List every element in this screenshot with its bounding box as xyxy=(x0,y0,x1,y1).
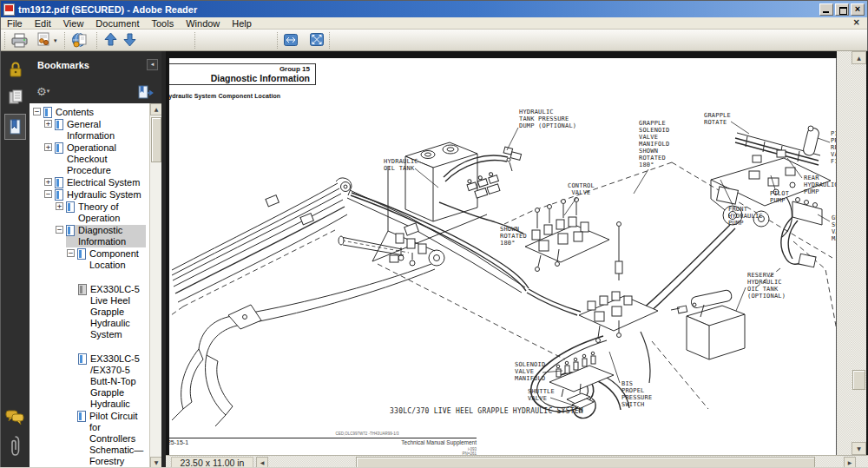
adobe-reader-window: tm1912.pdf (SECURED) - Adobe Reader × Fi… xyxy=(0,0,868,468)
print-button[interactable] xyxy=(10,32,29,49)
diagram-label-pilot-pump: PILOT PUMP xyxy=(770,190,789,204)
fit-width-button[interactable] xyxy=(284,34,298,46)
toolbar-separator xyxy=(4,32,5,49)
menu-file[interactable]: File xyxy=(1,18,29,29)
bookmark-page-icon xyxy=(66,201,75,213)
bookmark-item[interactable]: EX330LC-5 Live Heel Grapple Hydraulic Sy… xyxy=(30,272,149,340)
bookmarks-scrollbar[interactable]: ▲ ▼ xyxy=(149,103,161,468)
footer-section-number: 025-15-1 xyxy=(169,439,188,445)
security-panel-button[interactable] xyxy=(4,58,26,81)
attachments-panel-button[interactable] xyxy=(4,433,26,459)
bookmark-label: General Information xyxy=(67,119,146,142)
diagram-label-grapple-rotate: GRAPPLE ROTATE xyxy=(704,112,731,126)
diagram-label-reserve-hydraulic-oil-tank: RESERVE HYDRAULIC OIL TANK (OPTIONAL) xyxy=(747,272,786,300)
hydraulic-system-diagram xyxy=(169,58,837,455)
globe-document-icon xyxy=(71,32,89,49)
title-bar: tm1912.pdf (SECURED) - Adobe Reader × xyxy=(1,1,867,17)
bookmarks-title: Bookmarks xyxy=(37,60,89,70)
bookmark-item[interactable]: +Theory of Operation xyxy=(30,201,149,224)
close-document-icon[interactable]: × xyxy=(853,17,860,27)
bookmark-item[interactable]: −Diagnostic Information xyxy=(30,225,149,247)
arrow-up-icon xyxy=(103,32,118,47)
bookmark-item[interactable]: Pilot Circuit for Controllers Schematic—… xyxy=(30,411,149,467)
bookmarks-panel: Bookmarks ◂ ⚙▾ −Contents+General Informa… xyxy=(30,51,161,468)
bookmark-page-icon xyxy=(77,411,86,422)
collapse-icon[interactable]: − xyxy=(67,249,75,257)
scroll-up-icon[interactable]: ▲ xyxy=(852,51,866,64)
footer-small-note: CED,OLC997W72 -TH43UAR99-1/3 xyxy=(258,432,477,436)
vertical-scrollbar[interactable]: ▲ ▼ xyxy=(852,51,866,455)
navigation-strip xyxy=(1,51,30,468)
bookmark-page-icon xyxy=(78,284,87,295)
options-button[interactable]: ⚙▾ xyxy=(36,85,49,98)
menu-view[interactable]: View xyxy=(57,18,90,29)
email-dropdown-caret[interactable]: ▾ xyxy=(54,37,57,44)
restore-button[interactable] xyxy=(835,3,849,16)
menu-window[interactable]: Window xyxy=(180,18,226,29)
diagram-label-rear-hydraulic-pump: REAR HYDRAULIC PUMP xyxy=(804,175,837,195)
toolbar-separator xyxy=(329,32,330,49)
toolbar-separator xyxy=(277,32,278,49)
diagram-label-solenoid-valve-manifold: SOLENOID VALVE MANIFOLD xyxy=(515,361,545,382)
diagram-caption: 330LC/370 LIVE HEEL GRAPPLE HYDRAULIC SY… xyxy=(390,407,583,415)
comments-icon xyxy=(5,409,25,425)
menu-tools[interactable]: Tools xyxy=(146,18,181,29)
bookmark-label: Pilot Circuit for Controllers Schematic—… xyxy=(89,411,146,467)
collapse-panel-button[interactable]: ◂ xyxy=(147,59,158,70)
pages-icon xyxy=(8,89,23,106)
bookmark-label: EX330LC-5 Live Heel Grapple Hydraulic Sy… xyxy=(90,284,140,340)
scroll-down-icon[interactable]: ▼ xyxy=(852,442,866,455)
diagram-label-shown-rotated-180: SHOWN ROTATED 180° xyxy=(500,226,527,247)
paperclip-icon xyxy=(9,435,22,458)
menu-document[interactable]: Document xyxy=(89,18,145,29)
scroll-up-icon[interactable]: ▲ xyxy=(150,103,162,115)
pages-panel-button[interactable] xyxy=(4,86,26,109)
previous-page-button[interactable] xyxy=(103,32,118,47)
window-title: tm1912.pdf (SECURED) - Adobe Reader xyxy=(18,4,819,15)
bookmarks-panel-button[interactable] xyxy=(4,114,26,140)
collapse-icon[interactable]: − xyxy=(56,226,63,234)
collaborate-live-button[interactable] xyxy=(71,32,89,49)
expand-icon[interactable]: + xyxy=(44,120,52,128)
bookmark-item[interactable]: −Hydraulic System xyxy=(30,189,149,201)
fit-width-icon xyxy=(284,34,298,46)
bookmark-label: EX330LC-5 /EX370-5 Butt-N-Top Grapple Hy… xyxy=(90,353,140,410)
menu-edit[interactable]: Edit xyxy=(29,18,57,29)
fit-page-button[interactable] xyxy=(310,33,324,46)
email-button[interactable] xyxy=(36,32,53,48)
close-button[interactable]: × xyxy=(851,3,865,16)
expand-icon[interactable]: + xyxy=(44,178,52,186)
menu-bar: FileEditViewDocumentToolsWindowHelp × xyxy=(1,17,867,30)
bookmark-item[interactable]: −Contents xyxy=(30,107,149,118)
collapse-icon[interactable]: − xyxy=(44,190,52,198)
minimize-button[interactable] xyxy=(819,3,833,16)
bookmark-item[interactable]: +Electrical System xyxy=(30,177,149,188)
status-bar: 23.50 x 11.00 in ◀ ▶ xyxy=(166,455,868,468)
bookmark-item[interactable]: +General Information xyxy=(30,119,149,142)
expand-current-bookmark-button[interactable] xyxy=(138,85,155,100)
bookmarks-header: Bookmarks ◂ xyxy=(30,51,161,83)
bookmarks-scroll-thumb[interactable] xyxy=(151,117,161,162)
bookmark-label: Electrical System xyxy=(67,177,146,188)
bookmark-label: Hydraulic System xyxy=(67,189,146,201)
bookmark-item[interactable]: EX330LC-5 /EX370-5 Butt-N-Top Grapple Hy… xyxy=(30,341,149,410)
menu-help[interactable]: Help xyxy=(226,18,258,29)
bookmark-item[interactable]: −Component Location xyxy=(30,248,149,271)
comments-panel-button[interactable] xyxy=(4,405,26,428)
bookmark-page-icon xyxy=(78,353,87,365)
next-page-button[interactable] xyxy=(122,32,137,47)
page-margin xyxy=(837,51,852,455)
expand-icon[interactable]: + xyxy=(44,143,52,151)
expand-icon[interactable]: + xyxy=(56,202,63,210)
vertical-scroll-thumb[interactable] xyxy=(852,370,865,390)
toolbar-separator xyxy=(194,32,195,49)
diagram-label-bis-propel-pressure-switch: BIS PROPEL PRESSURE SWITCH xyxy=(621,380,652,408)
bookmark-item[interactable]: +Operational Checkout Procedure xyxy=(30,142,149,176)
email-collaborate-icon xyxy=(36,32,53,48)
bookmark-page-icon xyxy=(55,177,63,188)
bookmark-page-icon xyxy=(43,107,52,118)
footer-manual-title: Technical Manual Supplement xyxy=(299,439,477,445)
collapse-icon[interactable]: − xyxy=(33,108,41,115)
bookmark-page-icon xyxy=(55,142,63,154)
bookmarks-icon xyxy=(8,118,23,135)
